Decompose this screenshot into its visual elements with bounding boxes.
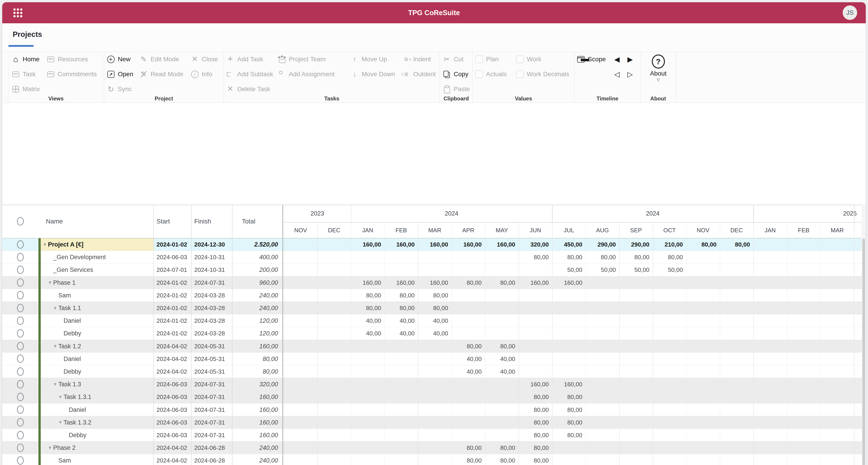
row-select-radio[interactable] (17, 278, 24, 287)
open-project-button[interactable]: Open (107, 67, 138, 82)
work-decimals-checkbox-item[interactable]: Work Decimals (516, 67, 569, 82)
table-row[interactable]: ▼Phase 22024-04-022024-06-28240,0080,008… (2, 441, 862, 454)
vertical-scrollbar-thumb[interactable] (862, 239, 865, 465)
table-row[interactable]: Debby2024-06-032024-07-31160,0080,0080,0… (2, 429, 862, 441)
timeline-step-left-button[interactable] (613, 67, 626, 82)
work-decimals-checkbox[interactable] (516, 70, 524, 78)
month-value: 40,00 (418, 314, 448, 327)
commitments-view-button[interactable]: Commitments (46, 67, 97, 82)
read-mode-button[interactable]: Read Mode (140, 67, 189, 82)
project-info-button[interactable]: Info (191, 67, 218, 82)
row-select-radio[interactable] (17, 304, 24, 312)
home-button[interactable]: Home (11, 52, 46, 67)
grid-line (384, 222, 385, 465)
cut-button[interactable]: Cut (443, 52, 470, 67)
collapse-toggle-icon[interactable]: ▼ (48, 280, 52, 285)
row-select-radio[interactable] (17, 380, 24, 388)
about-button[interactable]: About▽ (641, 52, 676, 82)
project-info-label: Info (202, 70, 212, 78)
move-down-button[interactable]: Move Down (350, 67, 400, 82)
timeline-page-left-button[interactable] (613, 52, 626, 67)
work-checkbox[interactable] (516, 55, 524, 63)
collapse-toggle-icon[interactable]: ▼ (53, 305, 57, 311)
add-task-button[interactable]: Add Task (226, 52, 276, 67)
tab-projects[interactable]: Projects (13, 30, 42, 39)
row-select-radio[interactable] (17, 367, 24, 376)
grid-line (317, 222, 318, 465)
copy-button[interactable]: Copy (443, 67, 470, 82)
row-select-radio[interactable] (17, 405, 24, 414)
start-date: 2024-06-03 (156, 378, 187, 391)
collapse-toggle-icon[interactable]: ▼ (58, 394, 63, 399)
month-value: 40,00 (384, 327, 414, 339)
row-select-radio[interactable] (17, 316, 24, 325)
plan-checkbox-item[interactable]: Plan (475, 52, 516, 67)
project-team-button[interactable]: Project Team (278, 52, 348, 67)
row-select-radio[interactable] (17, 418, 24, 427)
sync-project-button[interactable]: Sync (107, 82, 138, 97)
help-icon (652, 55, 665, 68)
row-select-radio[interactable] (17, 456, 24, 465)
table-row[interactable]: _Gen Services2024-07-012024-10-31200,005… (2, 264, 862, 276)
paste-button[interactable]: Paste (443, 82, 470, 97)
table-row[interactable]: ▼Phase 12024-01-022024-07-31960,00160,00… (2, 276, 862, 289)
table-row[interactable]: ▼Task 1.32024-06-032024-07-31320,00160,0… (2, 378, 862, 391)
table-row[interactable]: ▼Task 1.3.22024-06-032024-07-31160,0080,… (2, 416, 862, 429)
resources-view-button[interactable]: Resources (46, 52, 97, 67)
column-header-total[interactable]: Total (242, 205, 255, 238)
outdent-button[interactable]: Outdent (402, 67, 436, 82)
actuals-checkbox[interactable] (475, 70, 483, 78)
collapse-toggle-icon[interactable]: ▼ (42, 242, 47, 247)
select-all-radio[interactable] (17, 217, 24, 225)
table-row[interactable]: Sam2024-04-022024-06-28240,0080,0080,008… (2, 454, 862, 465)
table-row[interactable]: _Gen Development2024-06-032024-10-31400,… (2, 251, 862, 264)
column-header-finish[interactable]: Finish (194, 205, 211, 238)
new-project-button[interactable]: New (107, 52, 138, 67)
row-select-radio[interactable] (17, 443, 24, 452)
active-tab-indicator (8, 45, 34, 47)
plan-checkbox[interactable] (475, 55, 483, 63)
row-select-radio[interactable] (17, 329, 24, 337)
column-header-start[interactable]: Start (156, 205, 170, 238)
table-row[interactable]: ▼Task 1.3.12024-06-032024-07-31160,0080,… (2, 391, 862, 403)
table-row[interactable]: ▼Task 1.12024-01-022024-03-28240,0080,00… (2, 302, 862, 314)
add-subtask-button[interactable]: Add Subtask (226, 67, 276, 82)
add-assignment-button[interactable]: Add Assignment (278, 67, 348, 82)
edit-mode-button[interactable]: Edit Mode (140, 52, 189, 67)
collapse-toggle-icon[interactable]: ▼ (48, 445, 52, 450)
indent-button[interactable]: Indent (402, 52, 436, 67)
table-row[interactable]: Daniel2024-06-032024-07-31160,0080,0080,… (2, 403, 862, 416)
column-header-name[interactable]: Name (46, 205, 63, 238)
close-project-button[interactable]: Close (191, 52, 218, 67)
table-row[interactable]: Debby2024-01-022024-03-28120,0040,0040,0… (2, 327, 862, 340)
row-select-radio[interactable] (17, 266, 24, 274)
table-row[interactable]: Daniel2024-01-022024-03-28120,0040,0040,… (2, 314, 862, 327)
timeline-step-right-button[interactable] (626, 67, 639, 82)
collapse-toggle-icon[interactable]: ▼ (53, 344, 57, 349)
matrix-view-button[interactable]: Matrix (11, 82, 46, 97)
row-select-radio[interactable] (17, 291, 24, 300)
table-row[interactable]: ▼Project A [€]2024-01-022024-12-302.520,… (2, 238, 862, 251)
table-row[interactable]: Sam2024-01-022024-03-28240,0080,0080,008… (2, 289, 862, 302)
move-up-button[interactable]: Move Up (350, 52, 400, 67)
row-select-radio[interactable] (17, 253, 24, 261)
task-view-button[interactable]: Task (11, 67, 46, 82)
collapse-toggle-icon[interactable]: ▼ (53, 381, 57, 387)
timeline-page-right-button[interactable] (626, 52, 639, 67)
work-checkbox-item[interactable]: Work (516, 52, 569, 67)
actuals-checkbox-item[interactable]: Actuals (475, 67, 516, 82)
row-select-radio[interactable] (17, 393, 24, 401)
row-select-radio[interactable] (17, 342, 24, 350)
avatar[interactable]: JS (843, 5, 857, 20)
row-select-radio[interactable] (17, 431, 24, 439)
pane-splitter[interactable] (282, 205, 283, 465)
table-row[interactable]: ▼Task 1.22024-04-022024-05-31160,0080,00… (2, 340, 862, 352)
table-row[interactable]: Debby2024-04-022024-05-3180,0040,0040,00 (2, 365, 862, 378)
row-select-radio[interactable] (17, 354, 24, 363)
delete-task-button[interactable]: Delete Task (226, 82, 276, 97)
collapse-toggle-icon[interactable]: ▼ (58, 420, 63, 425)
row-select-radio[interactable] (17, 240, 24, 249)
scope-button[interactable]: Scope (577, 52, 613, 67)
table-row[interactable]: Daniel2024-04-022024-05-3180,0040,0040,0… (2, 352, 862, 365)
vertical-scrollbar[interactable] (862, 205, 866, 465)
